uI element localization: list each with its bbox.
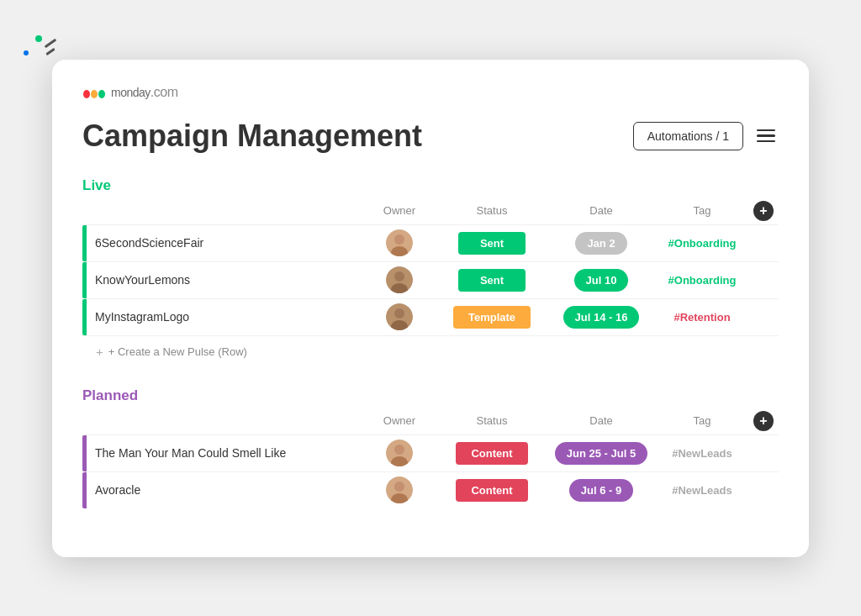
svg-point-0 [83,90,90,98]
row-name: KnowYourLemons [87,273,362,287]
date-badge: Jul 6 - 9 [569,479,633,502]
avatar [386,229,413,256]
menu-line-1 [757,129,775,132]
avatar-svg [386,303,413,330]
col-add-live[interactable]: + [748,201,779,221]
avatar [386,266,413,293]
create-label: + Create a New Pulse (Row) [108,345,247,358]
automations-button[interactable]: Automations / 1 [633,122,743,150]
row-name: 6SecondScienceFair [87,236,362,250]
card-header: monday.com Campaign Management Automatio… [52,60,809,154]
row-date: Jun 25 - Jul 5 [547,442,656,465]
row-status: Template [437,306,547,329]
status-badge: Template [453,306,531,329]
plus-icon: + [96,345,103,359]
col-tag-planned: Tag [656,414,748,427]
row-date: Jul 14 - 16 [547,306,656,329]
avatar-svg [386,229,413,256]
avatar [386,440,413,466]
table-row[interactable]: The Man Your Man Could Smell Like Conten… [82,434,779,471]
row-status: Sent [437,269,547,292]
row-date: Jul 6 - 9 [547,479,656,502]
logo-name: monday [111,86,151,99]
group-title-planned: Planned [82,387,138,404]
svg-point-10 [394,308,404,319]
add-row-icon-planned[interactable]: + [753,411,774,431]
date-badge: Jul 14 - 16 [563,306,640,329]
status-badge: Content [456,479,527,502]
svg-point-4 [394,234,404,245]
logo-text: monday.com [111,80,177,102]
row-owner [362,476,437,503]
avatar-svg [386,440,413,466]
svg-point-7 [394,271,404,282]
row-owner [362,440,437,466]
col-add-planned[interactable]: + [748,411,779,431]
monday-logo-svg [82,82,106,99]
row-date: Jul 10 [547,269,656,292]
logo-icon [82,82,106,99]
group-live: Live Owner Status Date Tag + 6SecondScie… [82,177,779,364]
table-row[interactable]: MyInstagramLogo Template Jul 14 - 16 #Re… [82,298,779,335]
col-tag-live: Tag [656,204,748,217]
col-headers-live: Owner Status Date Tag + [82,201,779,224]
row-status: Content [437,442,547,465]
svg-point-13 [394,445,404,455]
row-name: Avoracle [87,483,362,497]
date-badge: Jan 2 [575,232,626,255]
avatar-svg [386,266,413,293]
col-owner-live: Owner [362,204,437,217]
table-row[interactable]: KnowYourLemons Sent Jul 10 #Onboarding [82,261,779,298]
svg-point-1 [91,90,98,98]
svg-point-2 [98,90,105,98]
status-badge: Sent [458,269,526,292]
row-status: Sent [437,232,547,255]
table-row[interactable]: Avoracle Content Jul 6 - 9 #NewLeads [82,471,779,508]
menu-icon[interactable] [753,126,779,146]
date-badge: Jul 10 [574,269,629,292]
col-owner-planned: Owner [362,414,437,427]
status-badge: Content [456,442,527,465]
col-status-live: Status [437,204,547,217]
row-tag: #Retention [656,311,748,324]
logo-suffix: .com [151,85,178,99]
row-tag: #NewLeads [656,484,748,497]
row-tag: #NewLeads [656,447,748,460]
row-owner [362,266,437,293]
group-title-live: Live [82,177,111,194]
page-title-row: Campaign Management Automations / 1 [82,118,779,154]
avatar [386,303,413,330]
col-date-live: Date [547,204,656,217]
avatar [386,476,413,503]
row-name: The Man Your Man Could Smell Like [87,446,362,460]
row-tag: #Onboarding [656,237,748,250]
svg-point-16 [394,482,404,492]
row-date: Jan 2 [547,232,656,255]
date-badge: Jun 25 - Jul 5 [555,442,647,465]
group-header-row: Live [82,177,779,194]
logo-area: monday.com [82,80,779,102]
row-owner [362,303,437,330]
menu-line-3 [757,140,775,143]
status-badge: Sent [458,232,526,255]
row-tag: #Onboarding [656,274,748,287]
col-date-planned: Date [547,414,656,427]
col-headers-planned: Owner Status Date Tag + [82,411,779,434]
page-title: Campaign Management [82,118,422,154]
table-row[interactable]: 6SecondScienceFair Sent Jan 2 #Onboardin… [82,224,779,261]
row-owner [362,229,437,256]
row-status: Content [437,479,547,502]
card-body: Live Owner Status Date Tag + 6SecondScie… [52,177,809,557]
col-status-planned: Status [437,414,547,427]
avatar-svg [386,476,413,503]
add-row-icon-live[interactable]: + [753,201,774,221]
menu-line-2 [757,134,775,137]
row-name: MyInstagramLogo [87,310,362,324]
create-row[interactable]: ++ Create a New Pulse (Row) [82,335,779,364]
group-planned: Planned Owner Status Date Tag + The Man … [82,387,779,508]
header-actions: Automations / 1 [633,122,779,150]
group-header-row: Planned [82,387,779,404]
app-card: monday.com Campaign Management Automatio… [52,60,809,557]
